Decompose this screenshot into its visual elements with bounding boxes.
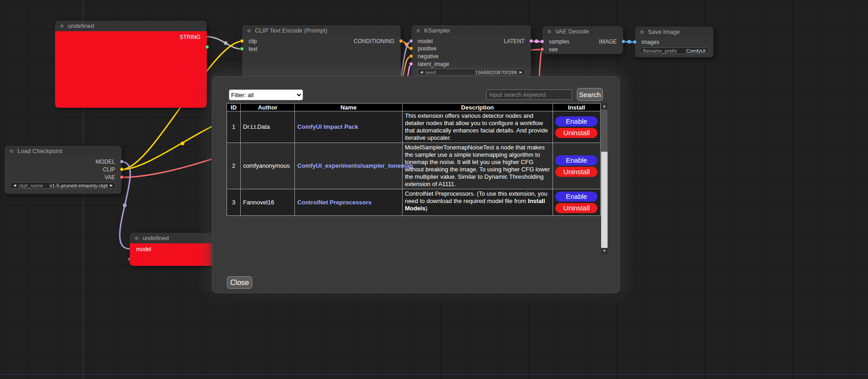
node-body-error: model bbox=[130, 243, 215, 266]
canvas-axis-horizontal bbox=[0, 374, 868, 375]
node-graph-canvas[interactable]: undefined STRING CLIP Text Encode (Promp… bbox=[0, 0, 868, 379]
input-slot-label: samples bbox=[549, 38, 569, 45]
node-undefined-top[interactable]: undefined STRING bbox=[55, 21, 207, 108]
extension-author: comfyanonymous bbox=[241, 143, 295, 189]
input-slot-label: latent_image bbox=[418, 61, 449, 67]
node-header[interactable]: undefined bbox=[130, 233, 215, 243]
left-arrow-icon[interactable]: ◀ bbox=[420, 71, 423, 74]
negative-input-port[interactable] bbox=[409, 54, 413, 58]
table-row: 3Fannovel16ControlNet PreprocessorsContr… bbox=[227, 189, 601, 216]
right-arrow-icon[interactable]: ▶ bbox=[520, 71, 522, 74]
node-header[interactable]: Save Image bbox=[635, 27, 713, 37]
clip-input-port[interactable] bbox=[240, 39, 244, 43]
node-header[interactable]: CLIP Text Encode (Prompt) bbox=[242, 25, 401, 36]
extension-author: Dr.Lt.Data bbox=[241, 111, 295, 143]
extension-id: 1 bbox=[227, 111, 241, 143]
extension-name-link[interactable]: ControlNet Preprocessors bbox=[297, 199, 371, 206]
search-button[interactable]: Search bbox=[577, 88, 603, 101]
output-slot-label: STRING bbox=[180, 34, 200, 40]
collapse-dot-icon[interactable] bbox=[9, 149, 14, 154]
column-header-author: Author bbox=[241, 104, 295, 111]
enable-button[interactable]: Enable bbox=[555, 192, 597, 202]
collapse-dot-icon[interactable] bbox=[60, 24, 64, 28]
node-title: VAE Decode bbox=[555, 28, 589, 35]
enable-button[interactable]: Enable bbox=[555, 155, 597, 165]
seed-widget[interactable]: ◀ seed 156680208700286 ▶ bbox=[417, 69, 525, 76]
node-vae-decode[interactable]: VAE Decode samples vae IMAGE bbox=[542, 26, 623, 54]
input-slot-label: model bbox=[136, 246, 151, 253]
scroll-up-icon[interactable]: ▲ bbox=[601, 103, 608, 110]
close-button[interactable]: Close bbox=[227, 276, 252, 289]
latent-output-port[interactable] bbox=[529, 39, 533, 43]
widget-label: ckpt_name bbox=[18, 183, 43, 188]
input-slot-label: model bbox=[418, 38, 433, 44]
extension-description: This extension offers various detector n… bbox=[402, 111, 553, 143]
ckpt-name-widget[interactable]: ◀ ckpt_name v1-5-pruned-emaonly.ckpt ▶ bbox=[10, 182, 116, 189]
scrollbar[interactable]: ▲ ▼ bbox=[601, 103, 608, 254]
node-header[interactable]: Load Checkpoint bbox=[5, 146, 122, 156]
collapse-dot-icon[interactable] bbox=[416, 28, 420, 33]
positive-input-port[interactable] bbox=[409, 46, 413, 50]
extension-id: 3 bbox=[227, 189, 241, 216]
text-input-port[interactable] bbox=[240, 47, 244, 51]
node-title: CLIP Text Encode (Prompt) bbox=[255, 27, 327, 34]
input-slot-label: vae bbox=[549, 46, 558, 53]
input-slot-label: text bbox=[249, 46, 257, 52]
node-header[interactable]: VAE Decode bbox=[542, 26, 623, 37]
widget-value: ComfyUI bbox=[686, 48, 706, 54]
uninstall-button[interactable]: Uninstall bbox=[555, 167, 597, 177]
output-slot-label: CONDITIONING bbox=[354, 38, 394, 44]
node-header[interactable]: undefined bbox=[55, 21, 207, 31]
extension-install-cell: EnableUninstall bbox=[553, 143, 600, 189]
filename-prefix-widget[interactable]: filename_prefix ComfyUI bbox=[640, 47, 709, 54]
extension-name-link[interactable]: ComfyUI Impact Pack bbox=[297, 123, 358, 130]
output-slot-label: CLIP bbox=[103, 166, 115, 173]
model-input-port[interactable] bbox=[409, 39, 413, 43]
latent-image-input-port[interactable] bbox=[409, 62, 413, 66]
column-header-description: Description bbox=[402, 104, 553, 111]
left-arrow-icon[interactable]: ◀ bbox=[13, 184, 16, 187]
collapse-dot-icon[interactable] bbox=[640, 30, 644, 34]
collapse-dot-icon[interactable] bbox=[247, 28, 251, 33]
output-slot-label: MODEL bbox=[95, 159, 115, 165]
node-load-checkpoint[interactable]: Load Checkpoint MODEL CLIP VAE ◀ ckpt_na… bbox=[5, 146, 122, 194]
extension-name-link[interactable]: ComfyUI_experiments/sampler_tonemap bbox=[297, 162, 413, 169]
clip-output-port[interactable] bbox=[120, 167, 124, 171]
input-slot-label: images bbox=[641, 39, 659, 45]
filter-select[interactable]: Filter: all bbox=[229, 89, 303, 100]
model-input-port[interactable] bbox=[127, 257, 132, 261]
search-input[interactable] bbox=[486, 89, 572, 100]
seed-widget-value: 156680208700286 bbox=[475, 70, 517, 75]
extension-description: ControlNet Preprocessors. (To use this e… bbox=[402, 189, 553, 216]
node-save-image[interactable]: Save Image images filename_prefix ComfyU… bbox=[635, 27, 713, 57]
node-header[interactable]: KSampler bbox=[411, 25, 531, 36]
vae-input-port[interactable] bbox=[540, 47, 544, 51]
node-title: Load Checkpoint bbox=[17, 148, 62, 154]
image-output-port[interactable] bbox=[621, 39, 625, 44]
node-title: Save Image bbox=[648, 28, 680, 35]
node-undefined-bottom[interactable]: undefined model bbox=[130, 233, 215, 266]
right-arrow-icon[interactable]: ▶ bbox=[110, 184, 113, 187]
seed-widget-label: seed bbox=[425, 70, 436, 75]
string-output-port[interactable] bbox=[205, 45, 209, 49]
collapse-dot-icon[interactable] bbox=[134, 236, 139, 241]
output-slot-label: VAE bbox=[105, 174, 115, 181]
images-input-port[interactable] bbox=[633, 40, 637, 44]
column-header-name: Name bbox=[295, 104, 403, 111]
uninstall-button[interactable]: Uninstall bbox=[555, 203, 597, 213]
node-title: undefined bbox=[143, 235, 169, 242]
enable-button[interactable]: Enable bbox=[555, 116, 597, 126]
extension-install-cell: EnableUninstall bbox=[553, 189, 600, 216]
column-header-install: Install bbox=[553, 104, 600, 111]
samples-input-port[interactable] bbox=[540, 39, 544, 44]
scrollbar-thumb[interactable] bbox=[601, 110, 608, 152]
node-body-error: STRING bbox=[55, 31, 207, 108]
vae-output-port[interactable] bbox=[120, 175, 124, 179]
collapse-dot-icon[interactable] bbox=[547, 29, 552, 34]
scroll-down-icon[interactable]: ▼ bbox=[601, 248, 608, 254]
widget-value: v1-5-pruned-emaonly.ckpt bbox=[50, 183, 108, 188]
conditioning-output-port[interactable] bbox=[399, 39, 403, 43]
node-ksampler[interactable]: KSampler model positive negative latent_… bbox=[411, 25, 531, 82]
uninstall-button[interactable]: Uninstall bbox=[555, 128, 597, 138]
model-output-port[interactable] bbox=[120, 159, 124, 164]
